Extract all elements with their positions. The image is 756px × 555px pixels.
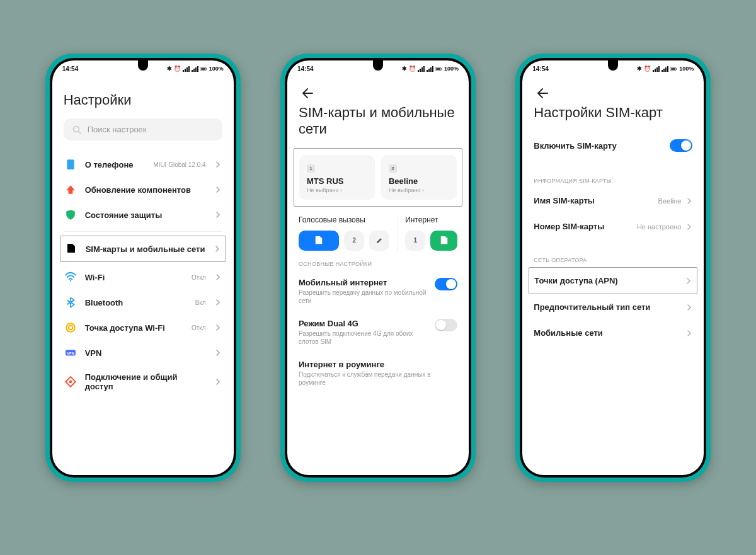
- about-label: О телефоне: [85, 160, 145, 169]
- share-label: Подключение и общий доступ: [85, 372, 206, 391]
- voice-sim1-chip[interactable]: [299, 231, 339, 251]
- svg-point-9: [70, 280, 71, 282]
- enable-label: Включить SIM-карту: [534, 141, 616, 151]
- row-mobile-nets[interactable]: Мобильные сети: [534, 320, 692, 346]
- phone-3: 14:54 ✱ ⏰ 100% Настройки SIM-карт Включи…: [515, 54, 711, 482]
- svg-point-11: [66, 324, 75, 333]
- sim2-name: Beeline: [389, 176, 449, 186]
- battery-icon: [200, 66, 207, 72]
- battery-icon: [670, 66, 677, 72]
- bluetooth-icon: ✱: [637, 66, 642, 72]
- section-net: СЕТЬ ОПЕРАТОРА: [534, 257, 692, 263]
- battery-pct: 100%: [679, 66, 694, 72]
- svg-point-14: [69, 380, 72, 384]
- simnum-value: Не настроено: [637, 223, 681, 231]
- item-update[interactable]: Обновление компонентов: [64, 177, 222, 202]
- pencil-icon: [376, 237, 382, 244]
- chevron-icon: [215, 161, 221, 168]
- update-icon: [65, 184, 76, 195]
- item-wifi[interactable]: Wi-Fi Откл: [64, 265, 222, 290]
- mobile-data-toggle[interactable]: [435, 278, 457, 290]
- bluetooth-icon: ✱: [167, 66, 172, 72]
- chevron-icon: [686, 304, 692, 311]
- row-sim-name[interactable]: Имя SIM-карты Beeline: [534, 188, 692, 214]
- chevron-icon: [215, 350, 221, 356]
- security-label: Состояние защиты: [85, 210, 206, 220]
- chevron-icon: [686, 330, 692, 336]
- sim2-sub: Не выбрано ›: [389, 187, 449, 193]
- mobile-data-sub: Разрешить передачу данных по мобильной с…: [299, 289, 428, 305]
- search-placeholder: Поиск настроек: [88, 125, 147, 134]
- voice-sim2-chip[interactable]: 2: [344, 231, 364, 251]
- page-title: Настройки: [64, 92, 222, 108]
- battery-pct: 100%: [444, 66, 459, 72]
- simname-label: Имя SIM-карты: [534, 196, 595, 205]
- item-security[interactable]: Состояние защиты: [64, 202, 222, 227]
- back-button[interactable]: [299, 84, 316, 102]
- vpn-label: VPN: [85, 348, 206, 358]
- sim-card-2[interactable]: 2 Beeline Не выбрано ›: [381, 155, 457, 200]
- status-time: 14:54: [297, 66, 314, 72]
- about-value: MIUI Global 12.0.4: [153, 161, 205, 168]
- chevron-icon: [686, 198, 692, 204]
- hotspot-icon: [65, 322, 76, 333]
- item-hotspot[interactable]: Точка доступа Wi-Fi Откл: [64, 315, 222, 340]
- data-sim2-chip[interactable]: [430, 231, 457, 251]
- item-bluetooth[interactable]: Bluetooth Вкл: [64, 290, 222, 315]
- wifi-icon: [65, 272, 76, 283]
- svg-text:VPN: VPN: [67, 352, 74, 355]
- chevron-icon: [215, 212, 221, 218]
- chevron-icon: [215, 299, 221, 306]
- status-time: 14:54: [62, 66, 79, 72]
- item-share[interactable]: Подключение и общий доступ: [64, 365, 222, 398]
- back-button[interactable]: [534, 84, 551, 102]
- dual4g-toggle[interactable]: [435, 319, 457, 331]
- chevron-icon: [685, 278, 692, 284]
- roaming-sub: Подключаться к службам передачи данных в…: [299, 370, 457, 387]
- sim1-badge: 1: [307, 164, 315, 173]
- page-title: SIM-карты и мобильные сети: [299, 105, 457, 138]
- row-sim-number[interactable]: Номер SIM-карты Не настроено: [534, 214, 692, 239]
- dual4g-sub: Разрешить подключение 4G для обоих слото…: [299, 329, 428, 346]
- search-input[interactable]: Поиск настроек: [64, 118, 222, 140]
- hotspot-value: Откл: [192, 324, 206, 331]
- wifi-label: Wi-Fi: [85, 273, 183, 282]
- data-sim1-chip[interactable]: 1: [405, 231, 425, 251]
- arrow-left-icon: [536, 88, 549, 99]
- bluetooth-icon: ✱: [402, 66, 407, 72]
- signal2-icon: [192, 66, 198, 72]
- notch: [373, 60, 383, 71]
- voice-label: Голосовые вызовы: [299, 215, 389, 224]
- sim-card-1[interactable]: 1 MTS RUS Не выбрано ›: [299, 155, 375, 200]
- chevron-icon: [215, 186, 221, 193]
- row-net-type[interactable]: Предпочтительный тип сети: [534, 294, 692, 320]
- sim-icon: [314, 236, 323, 245]
- row-apn[interactable]: Точки доступа (APN): [529, 267, 697, 294]
- phone-1: 14:54 ✱ ⏰ 100% Настройки Поиск настроек …: [45, 54, 241, 482]
- item-vpn[interactable]: VPN VPN: [64, 340, 222, 365]
- row-mobile-data[interactable]: Мобильный интернет Разрешить передачу да…: [299, 271, 457, 312]
- svg-rect-8: [67, 160, 74, 170]
- alarm-icon: ⏰: [644, 66, 651, 72]
- chevron-icon: [215, 324, 221, 331]
- battery-icon: [435, 66, 442, 72]
- sim1-sub: Не выбрано ›: [307, 187, 367, 193]
- vpn-icon: VPN: [65, 347, 76, 358]
- roaming-title: Интернет в роуминге: [299, 360, 457, 369]
- row-enable-sim[interactable]: Включить SIM-карту: [534, 131, 692, 160]
- phone-2: 14:54 ✱ ⏰ 100% SIM-карты и мобильные сет…: [280, 54, 476, 482]
- signal-icon: [183, 66, 190, 72]
- item-sim[interactable]: SIM-карты и мобильные сети: [60, 236, 226, 262]
- bt-value: Вкл: [195, 299, 206, 306]
- status-icons: ✱ ⏰ 100%: [402, 66, 459, 72]
- row-dual-4g[interactable]: Режим Dual 4G Разрешить подключение 4G д…: [299, 312, 457, 353]
- row-roaming[interactable]: Интернет в роуминге Подключаться к служб…: [299, 353, 457, 394]
- notch: [608, 60, 618, 71]
- call-data-selector: Голосовые вызовы 2 Интернет 1: [299, 215, 457, 251]
- signal-icon: [418, 66, 425, 72]
- item-about[interactable]: О телефоне MIUI Global 12.0.4: [64, 152, 222, 177]
- sim-icon: [66, 243, 77, 255]
- enable-sim-toggle[interactable]: [670, 139, 692, 152]
- voice-edit-chip[interactable]: [369, 231, 389, 251]
- signal2-icon: [427, 66, 433, 72]
